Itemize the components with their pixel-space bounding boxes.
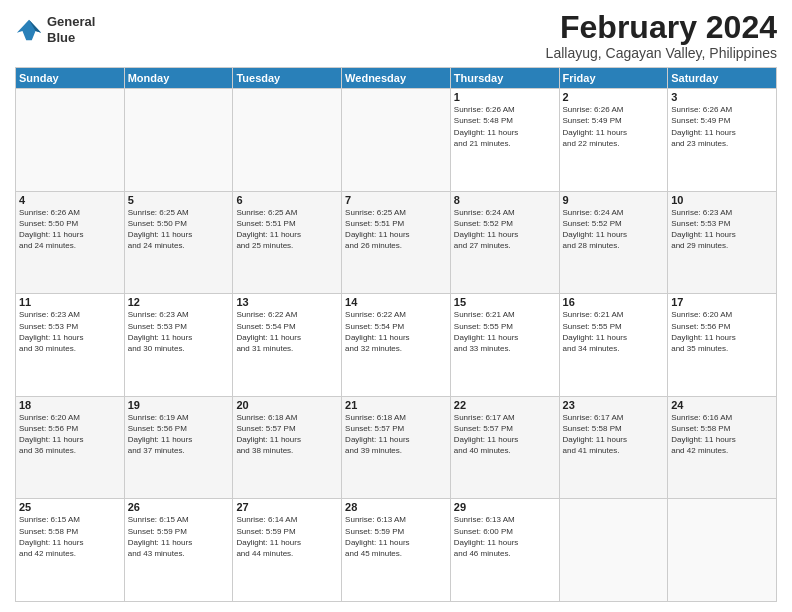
day-info: Sunrise: 6:14 AM Sunset: 5:59 PM Dayligh… [236,514,338,559]
day-info: Sunrise: 6:25 AM Sunset: 5:51 PM Dayligh… [345,207,447,252]
calendar-cell: 16Sunrise: 6:21 AM Sunset: 5:55 PM Dayli… [559,294,668,397]
calendar-cell: 8Sunrise: 6:24 AM Sunset: 5:52 PM Daylig… [450,191,559,294]
day-number: 21 [345,399,447,411]
calendar-table: SundayMondayTuesdayWednesdayThursdayFrid… [15,67,777,602]
day-number: 17 [671,296,773,308]
day-number: 7 [345,194,447,206]
day-info: Sunrise: 6:23 AM Sunset: 5:53 PM Dayligh… [19,309,121,354]
day-info: Sunrise: 6:24 AM Sunset: 5:52 PM Dayligh… [563,207,665,252]
day-number: 6 [236,194,338,206]
day-number: 18 [19,399,121,411]
calendar-cell: 21Sunrise: 6:18 AM Sunset: 5:57 PM Dayli… [342,396,451,499]
calendar-cell: 27Sunrise: 6:14 AM Sunset: 5:59 PM Dayli… [233,499,342,602]
day-info: Sunrise: 6:18 AM Sunset: 5:57 PM Dayligh… [236,412,338,457]
logo-text: General Blue [47,14,95,45]
day-number: 28 [345,501,447,513]
calendar-cell: 12Sunrise: 6:23 AM Sunset: 5:53 PM Dayli… [124,294,233,397]
calendar-cell [668,499,777,602]
calendar-week-3: 11Sunrise: 6:23 AM Sunset: 5:53 PM Dayli… [16,294,777,397]
day-number: 4 [19,194,121,206]
day-info: Sunrise: 6:19 AM Sunset: 5:56 PM Dayligh… [128,412,230,457]
day-number: 13 [236,296,338,308]
calendar-cell: 4Sunrise: 6:26 AM Sunset: 5:50 PM Daylig… [16,191,125,294]
day-number: 2 [563,91,665,103]
day-number: 3 [671,91,773,103]
calendar-cell: 18Sunrise: 6:20 AM Sunset: 5:56 PM Dayli… [16,396,125,499]
day-info: Sunrise: 6:17 AM Sunset: 5:58 PM Dayligh… [563,412,665,457]
calendar-cell: 24Sunrise: 6:16 AM Sunset: 5:58 PM Dayli… [668,396,777,499]
weekday-header-thursday: Thursday [450,68,559,89]
calendar-cell [342,89,451,192]
calendar-cell: 7Sunrise: 6:25 AM Sunset: 5:51 PM Daylig… [342,191,451,294]
day-info: Sunrise: 6:20 AM Sunset: 5:56 PM Dayligh… [19,412,121,457]
calendar-cell: 23Sunrise: 6:17 AM Sunset: 5:58 PM Dayli… [559,396,668,499]
day-info: Sunrise: 6:26 AM Sunset: 5:49 PM Dayligh… [563,104,665,149]
day-number: 1 [454,91,556,103]
calendar-week-2: 4Sunrise: 6:26 AM Sunset: 5:50 PM Daylig… [16,191,777,294]
day-number: 16 [563,296,665,308]
calendar-cell: 13Sunrise: 6:22 AM Sunset: 5:54 PM Dayli… [233,294,342,397]
calendar-body: 1Sunrise: 6:26 AM Sunset: 5:48 PM Daylig… [16,89,777,602]
day-number: 5 [128,194,230,206]
calendar-cell [124,89,233,192]
day-number: 15 [454,296,556,308]
day-number: 25 [19,501,121,513]
calendar-cell: 9Sunrise: 6:24 AM Sunset: 5:52 PM Daylig… [559,191,668,294]
day-info: Sunrise: 6:22 AM Sunset: 5:54 PM Dayligh… [236,309,338,354]
calendar-cell: 22Sunrise: 6:17 AM Sunset: 5:57 PM Dayli… [450,396,559,499]
calendar-cell: 28Sunrise: 6:13 AM Sunset: 5:59 PM Dayli… [342,499,451,602]
weekday-header-row: SundayMondayTuesdayWednesdayThursdayFrid… [16,68,777,89]
weekday-header-saturday: Saturday [668,68,777,89]
day-number: 10 [671,194,773,206]
calendar-cell: 6Sunrise: 6:25 AM Sunset: 5:51 PM Daylig… [233,191,342,294]
calendar-cell: 2Sunrise: 6:26 AM Sunset: 5:49 PM Daylig… [559,89,668,192]
weekday-header-friday: Friday [559,68,668,89]
day-number: 23 [563,399,665,411]
calendar-subtitle: Lallayug, Cagayan Valley, Philippines [546,45,777,61]
day-info: Sunrise: 6:26 AM Sunset: 5:49 PM Dayligh… [671,104,773,149]
day-number: 24 [671,399,773,411]
day-info: Sunrise: 6:15 AM Sunset: 5:59 PM Dayligh… [128,514,230,559]
calendar-cell: 25Sunrise: 6:15 AM Sunset: 5:58 PM Dayli… [16,499,125,602]
calendar-cell: 14Sunrise: 6:22 AM Sunset: 5:54 PM Dayli… [342,294,451,397]
calendar-cell: 1Sunrise: 6:26 AM Sunset: 5:48 PM Daylig… [450,89,559,192]
page: General Blue February 2024 Lallayug, Cag… [0,0,792,612]
calendar-title: February 2024 [546,10,777,45]
day-info: Sunrise: 6:13 AM Sunset: 6:00 PM Dayligh… [454,514,556,559]
day-info: Sunrise: 6:23 AM Sunset: 5:53 PM Dayligh… [128,309,230,354]
day-number: 27 [236,501,338,513]
calendar-cell [233,89,342,192]
weekday-header-monday: Monday [124,68,233,89]
weekday-header-tuesday: Tuesday [233,68,342,89]
day-number: 14 [345,296,447,308]
calendar-week-1: 1Sunrise: 6:26 AM Sunset: 5:48 PM Daylig… [16,89,777,192]
day-info: Sunrise: 6:15 AM Sunset: 5:58 PM Dayligh… [19,514,121,559]
day-number: 26 [128,501,230,513]
day-number: 19 [128,399,230,411]
calendar-cell: 5Sunrise: 6:25 AM Sunset: 5:50 PM Daylig… [124,191,233,294]
calendar-week-5: 25Sunrise: 6:15 AM Sunset: 5:58 PM Dayli… [16,499,777,602]
day-number: 29 [454,501,556,513]
day-number: 20 [236,399,338,411]
day-info: Sunrise: 6:26 AM Sunset: 5:50 PM Dayligh… [19,207,121,252]
day-info: Sunrise: 6:21 AM Sunset: 5:55 PM Dayligh… [563,309,665,354]
logo: General Blue [15,14,95,45]
weekday-header-sunday: Sunday [16,68,125,89]
calendar-cell: 11Sunrise: 6:23 AM Sunset: 5:53 PM Dayli… [16,294,125,397]
day-info: Sunrise: 6:20 AM Sunset: 5:56 PM Dayligh… [671,309,773,354]
day-info: Sunrise: 6:22 AM Sunset: 5:54 PM Dayligh… [345,309,447,354]
day-info: Sunrise: 6:26 AM Sunset: 5:48 PM Dayligh… [454,104,556,149]
weekday-header-wednesday: Wednesday [342,68,451,89]
day-info: Sunrise: 6:24 AM Sunset: 5:52 PM Dayligh… [454,207,556,252]
calendar-cell: 29Sunrise: 6:13 AM Sunset: 6:00 PM Dayli… [450,499,559,602]
calendar-cell: 3Sunrise: 6:26 AM Sunset: 5:49 PM Daylig… [668,89,777,192]
day-info: Sunrise: 6:17 AM Sunset: 5:57 PM Dayligh… [454,412,556,457]
title-block: February 2024 Lallayug, Cagayan Valley, … [546,10,777,61]
calendar-cell: 15Sunrise: 6:21 AM Sunset: 5:55 PM Dayli… [450,294,559,397]
day-number: 11 [19,296,121,308]
calendar-cell: 26Sunrise: 6:15 AM Sunset: 5:59 PM Dayli… [124,499,233,602]
calendar-cell: 19Sunrise: 6:19 AM Sunset: 5:56 PM Dayli… [124,396,233,499]
day-number: 22 [454,399,556,411]
day-info: Sunrise: 6:25 AM Sunset: 5:50 PM Dayligh… [128,207,230,252]
day-number: 9 [563,194,665,206]
